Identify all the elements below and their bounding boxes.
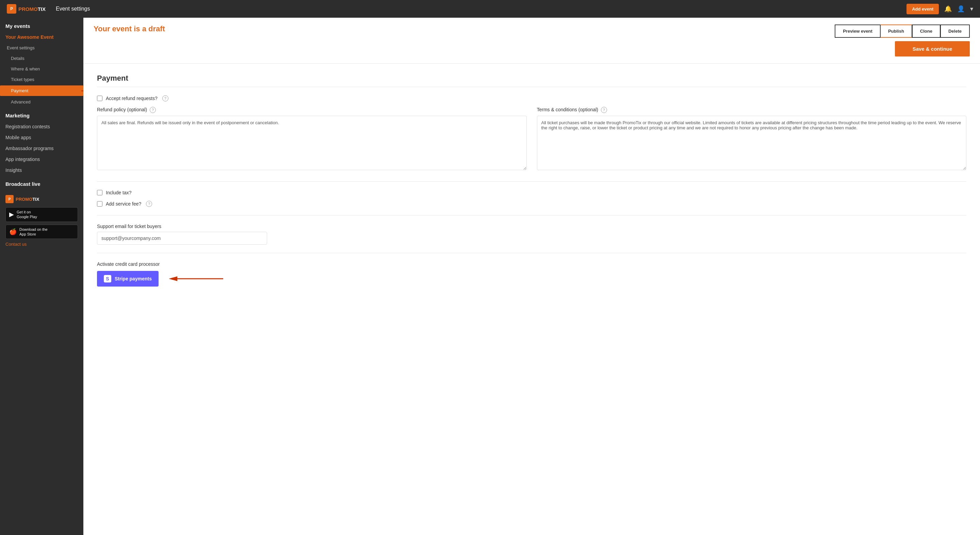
support-email-label: Support email for ticket buyers [97, 224, 267, 229]
sidebar-item-event-settings[interactable]: Event settings [0, 43, 83, 53]
sidebar-item-ticket-types[interactable]: Ticket types [0, 74, 83, 85]
my-events-heading: My events [0, 18, 83, 32]
top-navigation: P PROMOTIX Event settings Add event 🔔 👤 … [0, 0, 980, 18]
broadcast-logo-icon: P [5, 195, 14, 203]
logo-text: PROMOTIX [18, 6, 46, 12]
sidebar-item-advanced[interactable]: Advanced [0, 97, 83, 107]
google-play-badge[interactable]: ▶ Get it on Google Play [5, 207, 78, 222]
include-tax-label: Include tax? [106, 190, 132, 195]
terms-conditions-label: Terms & conditions (optional) ? [537, 107, 967, 113]
sidebar-item-details[interactable]: Details [0, 53, 83, 64]
accept-refund-row: Accept refund requests? ? [97, 95, 966, 102]
page-title: Event settings [56, 6, 90, 12]
sidebar-payment-container: Payment [0, 85, 83, 96]
user-icon[interactable]: 👤 [957, 5, 965, 13]
logo[interactable]: P PROMOTIX [7, 4, 46, 14]
refund-policy-group: Refund policy (optional) ? All sales are… [97, 107, 527, 171]
marketing-heading: Marketing [0, 107, 83, 121]
include-tax-row: Include tax? [97, 190, 966, 195]
google-play-label: Get it on Google Play [17, 210, 37, 220]
broadcast-section: P PROMOTIX ▶ Get it on Google Play 🍎 Dow… [0, 189, 83, 252]
draft-status: a draft [142, 24, 165, 33]
sidebar-item-insights[interactable]: Insights [0, 165, 83, 176]
header-buttons: Preview event Publish Clone Delete [835, 24, 970, 38]
broadcast-heading: Broadcast live [0, 176, 83, 189]
draft-title: Your event is a draft [94, 24, 165, 33]
include-tax-checkbox[interactable] [97, 190, 102, 195]
refund-policy-label: Refund policy (optional) ? [97, 107, 527, 113]
stripe-arrow-indicator [169, 274, 223, 284]
accept-refund-checkbox[interactable] [97, 96, 102, 101]
support-email-input[interactable] [97, 232, 267, 245]
delete-button[interactable]: Delete [940, 24, 970, 38]
google-play-icon: ▶ [9, 211, 14, 218]
clone-button[interactable]: Clone [912, 24, 940, 38]
save-continue-button[interactable]: Save & continue [895, 41, 970, 56]
refund-policy-help-icon[interactable]: ? [150, 107, 156, 113]
app-store-label: Download on the App Store [19, 227, 48, 237]
contact-us-link[interactable]: Contact us [5, 242, 78, 247]
accept-refund-help-icon[interactable]: ? [162, 95, 169, 102]
accept-refund-label: Accept refund requests? [106, 96, 158, 101]
apple-icon: 🍎 [9, 228, 17, 236]
sidebar-item-event-name[interactable]: Your Awesome Event [0, 32, 83, 43]
add-service-fee-label: Add service fee? [106, 201, 141, 207]
credit-card-label: Activate credit card processor [97, 261, 966, 267]
chevron-down-icon[interactable]: ▾ [970, 5, 973, 13]
support-email-group: Support email for ticket buyers [97, 224, 267, 245]
notification-icon[interactable]: 🔔 [944, 5, 952, 13]
stripe-s-icon: S [104, 275, 111, 282]
stripe-payments-button[interactable]: S Stripe payments [97, 271, 159, 287]
sidebar-item-registration-contests[interactable]: Registration contests [0, 121, 83, 132]
sidebar-item-app-integrations[interactable]: App integrations [0, 154, 83, 165]
broadcast-logo: P PROMOTIX [5, 195, 78, 203]
terms-conditions-group: Terms & conditions (optional) ? All tick… [537, 107, 967, 171]
header-actions: Preview event Publish Clone Delete Save … [835, 24, 970, 56]
sidebar-item-payment[interactable]: Payment [0, 85, 83, 96]
terms-help-icon[interactable]: ? [601, 107, 607, 113]
add-service-fee-checkbox[interactable] [97, 201, 102, 207]
sidebar-item-ambassador-programs[interactable]: Ambassador programs [0, 143, 83, 154]
payment-page-content: Payment Accept refund requests? ? Refund… [83, 64, 980, 297]
stripe-row: S Stripe payments [97, 271, 966, 287]
app-store-badge[interactable]: 🍎 Download on the App Store [5, 225, 78, 239]
stripe-label: Stripe payments [115, 276, 152, 282]
payment-arrow-indicator [81, 88, 83, 94]
main-content: Your event is a draft Preview event Publ… [83, 18, 980, 535]
policy-grid: Refund policy (optional) ? All sales are… [97, 107, 966, 171]
publish-button[interactable]: Publish [880, 24, 912, 38]
terms-conditions-textarea[interactable]: All ticket purchases will be made throug… [537, 116, 967, 170]
broadcast-logo-text: PROMOTIX [16, 197, 39, 202]
refund-policy-textarea[interactable]: All sales are final. Refunds will be iss… [97, 116, 527, 170]
event-header: Your event is a draft Preview event Publ… [83, 18, 980, 64]
add-service-fee-row: Add service fee? ? [97, 201, 966, 207]
tax-section: Include tax? Add service fee? ? [97, 190, 966, 207]
sidebar-item-mobile-apps[interactable]: Mobile apps [0, 132, 83, 143]
preview-event-button[interactable]: Preview event [835, 24, 880, 38]
divider-2 [97, 215, 966, 215]
credit-card-section: Activate credit card processor S Stripe … [97, 261, 966, 287]
sidebar: My events Your Awesome Event Event setti… [0, 18, 83, 535]
add-event-button[interactable]: Add event [907, 4, 939, 14]
payment-section-title: Payment [97, 74, 966, 87]
svg-marker-3 [169, 276, 177, 281]
logo-icon: P [7, 4, 16, 14]
service-fee-help-icon[interactable]: ? [146, 201, 152, 207]
sidebar-item-where-when[interactable]: Where & when [0, 64, 83, 74]
divider-1 [97, 182, 966, 182]
